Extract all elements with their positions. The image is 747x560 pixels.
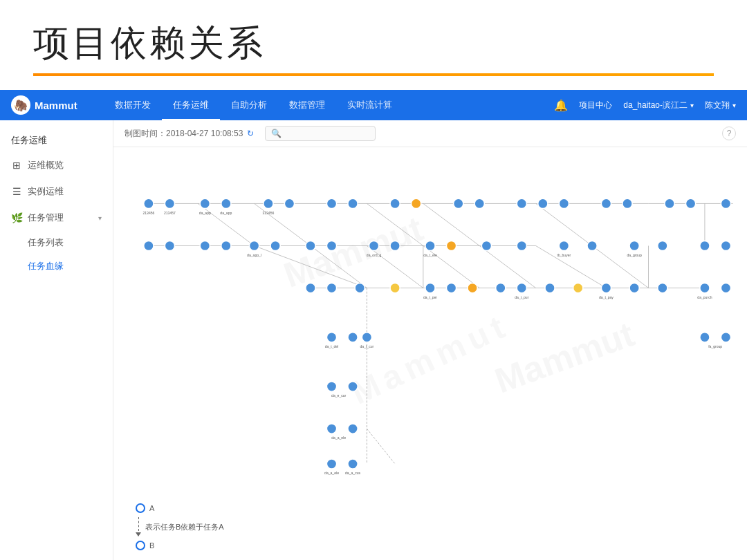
svg-point-116 [326, 424, 336, 433]
legend-circle-b [136, 541, 145, 550]
chevron-down-icon: ▾ [690, 102, 694, 109]
nav-item-data-mgmt[interactable]: 数据管理 [278, 90, 336, 120]
list-icon: ☰ [11, 186, 22, 197]
content-toolbar: 制图时间：2018-04-27 10:08:53 ↻ 🔍 ? [113, 120, 747, 147]
sidebar-item-task-list-label: 任务列表 [28, 237, 64, 248]
sidebar-item-task-lineage-label: 任务血缘 [28, 261, 64, 271]
svg-point-75 [221, 241, 231, 250]
svg-point-94 [355, 283, 365, 292]
svg-point-55 [264, 198, 273, 208]
svg-point-63 [474, 198, 484, 208]
legend-node-b-label: B [149, 541, 154, 550]
svg-point-110 [362, 333, 371, 342]
svg-line-24 [536, 203, 592, 245]
svg-point-73 [165, 241, 174, 250]
time-label: 制图时间：2018-04-27 10:08:53 [124, 128, 243, 140]
topnav-right: 🔔 项目中心 da_haitao-滨江二 ▾ 陈文翔 ▾ [554, 99, 736, 112]
svg-text:da_app: da_app [199, 211, 211, 215]
svg-point-84 [481, 241, 491, 250]
svg-point-81 [390, 241, 400, 250]
content-area: 制图时间：2018-04-27 10:08:53 ↻ 🔍 ? Mammut Ma… [113, 120, 747, 560]
legend-node-a: A [136, 503, 224, 513]
svg-point-113 [326, 382, 336, 391]
legend-arrow [136, 517, 141, 536]
svg-text:da_t_pur: da_t_pur [515, 295, 528, 299]
svg-point-99 [496, 283, 506, 292]
svg-point-51 [200, 198, 210, 208]
svg-point-100 [517, 283, 526, 292]
svg-point-87 [587, 241, 597, 250]
nav-item-task-ops[interactable]: 任务运维 [162, 90, 220, 120]
tree-icon: 🌿 [11, 212, 22, 223]
sidebar-item-overview[interactable]: ⊞ 运维概览 [0, 152, 113, 178]
nav-item-data-dev[interactable]: 数据开发 [104, 90, 162, 120]
svg-line-20 [198, 203, 254, 245]
svg-point-90 [700, 241, 710, 250]
svg-point-108 [326, 333, 336, 342]
project-selector[interactable]: da_haitao-滨江二 ▾ [623, 100, 694, 111]
nav-item-realtime[interactable]: 实时流计算 [336, 90, 403, 120]
svg-point-82 [425, 241, 435, 250]
expand-icon: ▾ [98, 214, 102, 222]
logo: 🦣 Mammut [11, 95, 87, 115]
legend-description: 表示任务B依赖于任务A [145, 522, 224, 532]
svg-point-77 [270, 241, 280, 250]
svg-point-74 [200, 241, 210, 250]
svg-text:da_t_ele: da_t_ele [423, 253, 437, 257]
project-center-link[interactable]: 项目中心 [579, 100, 612, 111]
svg-text:tb_buyer: tb_buyer [557, 253, 571, 257]
search-icon: 🔍 [271, 129, 282, 138]
svg-point-109 [348, 333, 358, 342]
nav-item-self-analysis[interactable]: 自助分析 [220, 90, 278, 120]
legend-arrowhead [136, 532, 141, 536]
orange-divider [33, 73, 714, 76]
sidebar-item-task-mgmt[interactable]: 🌿 任务管理 ▾ [0, 205, 113, 231]
legend-node-a-label: A [149, 504, 154, 512]
svg-point-58 [326, 198, 336, 208]
search-box[interactable]: 🔍 [265, 126, 376, 141]
sidebar-item-task-mgmt-label: 任务管理 [28, 212, 93, 224]
svg-point-71 [721, 198, 730, 208]
help-icon[interactable]: ? [722, 127, 736, 140]
svg-line-45 [367, 429, 395, 464]
sidebar-item-instance-ops[interactable]: ☰ 实例运维 [0, 178, 113, 205]
legend-circle-a [136, 503, 145, 513]
svg-text:da_t_per: da_t_per [423, 295, 437, 299]
svg-point-122 [326, 459, 336, 469]
svg-text:da_app: da_app [220, 211, 232, 215]
svg-point-64 [517, 198, 526, 208]
svg-point-83 [446, 241, 456, 250]
svg-text:213456: 213456 [142, 211, 154, 215]
sidebar-item-instance-label: 实例运维 [28, 185, 102, 198]
svg-point-52 [221, 198, 231, 208]
svg-text:da_a_ele: da_a_ele [331, 436, 346, 440]
svg-point-86 [559, 241, 569, 250]
svg-point-72 [144, 241, 154, 250]
logo-text: Mammut [35, 100, 77, 111]
svg-point-79 [326, 241, 336, 250]
svg-point-67 [601, 198, 611, 208]
sidebar-item-task-lineage[interactable]: 任务血缘 [0, 254, 113, 278]
svg-point-117 [348, 424, 358, 433]
svg-point-91 [721, 241, 730, 250]
svg-text:da_e_cur: da_e_cur [331, 393, 346, 398]
topnav-menu: 数据开发 任务运维 自助分析 数据管理 实时流计算 [104, 90, 554, 120]
svg-line-23 [423, 203, 479, 245]
svg-point-48 [165, 198, 174, 208]
graph-canvas: Mammut Mammut Mammut [113, 147, 747, 560]
svg-point-123 [348, 459, 358, 469]
refresh-icon[interactable]: ↻ [247, 129, 254, 138]
legend-nodes: A 表示任务B依赖于任务A B [136, 503, 224, 550]
svg-text:da_t_pay: da_t_pay [599, 295, 614, 299]
legend-arrow-section: 表示任务B依赖于任务A [136, 517, 224, 536]
sidebar-item-task-list[interactable]: 任务列表 [0, 231, 113, 254]
svg-point-106 [700, 283, 710, 292]
svg-point-95 [390, 283, 400, 292]
bell-icon[interactable]: 🔔 [554, 99, 568, 112]
search-input[interactable] [286, 129, 369, 138]
user-menu[interactable]: 陈文翔 ▾ [705, 100, 736, 111]
svg-point-65 [538, 198, 548, 208]
svg-point-104 [629, 283, 639, 292]
svg-point-96 [425, 283, 435, 292]
svg-point-119 [721, 333, 730, 342]
